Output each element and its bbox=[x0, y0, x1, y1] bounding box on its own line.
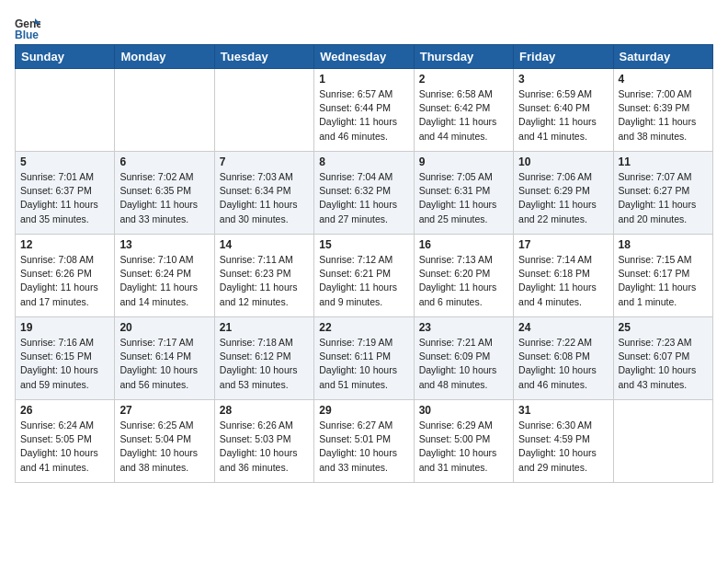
day-number: 11 bbox=[619, 155, 708, 168]
day-info: Sunrise: 7:00 AM Sunset: 6:39 PM Dayligh… bbox=[619, 87, 708, 144]
day-number: 26 bbox=[20, 404, 109, 417]
calendar-cell bbox=[16, 69, 115, 152]
day-info: Sunrise: 7:22 AM Sunset: 6:08 PM Dayligh… bbox=[518, 336, 608, 392]
calendar-cell: 21Sunrise: 7:18 AM Sunset: 6:12 PM Dayli… bbox=[214, 317, 313, 400]
day-info: Sunrise: 7:19 AM Sunset: 6:11 PM Dayligh… bbox=[319, 336, 408, 392]
calendar-cell bbox=[115, 69, 214, 152]
calendar-cell: 3Sunrise: 6:59 AM Sunset: 6:40 PM Daylig… bbox=[514, 69, 613, 152]
calendar-cell: 9Sunrise: 7:05 AM Sunset: 6:31 PM Daylig… bbox=[414, 152, 513, 235]
day-info: Sunrise: 6:58 AM Sunset: 6:42 PM Dayligh… bbox=[419, 87, 508, 144]
calendar-cell: 16Sunrise: 7:13 AM Sunset: 6:20 PM Dayli… bbox=[414, 235, 513, 317]
day-info: Sunrise: 6:59 AM Sunset: 6:40 PM Dayligh… bbox=[518, 87, 608, 144]
day-number: 23 bbox=[419, 321, 508, 334]
day-number: 2 bbox=[419, 73, 508, 86]
day-number: 22 bbox=[319, 321, 408, 334]
day-number: 21 bbox=[220, 321, 309, 334]
calendar-cell: 30Sunrise: 6:29 AM Sunset: 5:00 PM Dayli… bbox=[414, 400, 513, 483]
day-info: Sunrise: 7:16 AM Sunset: 6:15 PM Dayligh… bbox=[20, 336, 109, 392]
calendar-cell: 29Sunrise: 6:27 AM Sunset: 5:01 PM Dayli… bbox=[314, 400, 414, 483]
header: General Blue bbox=[15, 15, 713, 40]
day-number: 25 bbox=[619, 321, 708, 334]
day-number: 28 bbox=[220, 404, 309, 417]
day-number: 27 bbox=[119, 404, 209, 417]
day-info: Sunrise: 7:05 AM Sunset: 6:31 PM Dayligh… bbox=[419, 170, 508, 226]
day-info: Sunrise: 7:12 AM Sunset: 6:21 PM Dayligh… bbox=[319, 253, 408, 309]
day-info: Sunrise: 7:10 AM Sunset: 6:24 PM Dayligh… bbox=[119, 253, 209, 309]
calendar-week-row: 12Sunrise: 7:08 AM Sunset: 6:26 PM Dayli… bbox=[16, 235, 713, 317]
day-info: Sunrise: 6:29 AM Sunset: 5:00 PM Dayligh… bbox=[419, 419, 508, 475]
day-number: 9 bbox=[419, 155, 508, 168]
calendar-cell bbox=[214, 69, 313, 152]
day-number: 30 bbox=[419, 404, 508, 417]
day-info: Sunrise: 6:25 AM Sunset: 5:04 PM Dayligh… bbox=[119, 419, 209, 475]
calendar-cell: 24Sunrise: 7:22 AM Sunset: 6:08 PM Dayli… bbox=[514, 317, 613, 400]
day-number: 10 bbox=[518, 155, 608, 168]
day-number: 15 bbox=[319, 238, 408, 251]
calendar-cell: 14Sunrise: 7:11 AM Sunset: 6:23 PM Dayli… bbox=[214, 235, 313, 317]
calendar-cell: 12Sunrise: 7:08 AM Sunset: 6:26 PM Dayli… bbox=[16, 235, 115, 317]
day-number: 29 bbox=[319, 404, 408, 417]
day-number: 5 bbox=[20, 155, 109, 168]
day-number: 1 bbox=[319, 73, 408, 86]
calendar-cell bbox=[613, 400, 712, 483]
calendar-cell: 20Sunrise: 7:17 AM Sunset: 6:14 PM Dayli… bbox=[115, 317, 214, 400]
day-number: 14 bbox=[220, 238, 309, 251]
day-info: Sunrise: 7:08 AM Sunset: 6:26 PM Dayligh… bbox=[20, 253, 109, 309]
day-number: 31 bbox=[518, 404, 608, 417]
day-number: 20 bbox=[119, 321, 209, 334]
calendar-week-row: 5Sunrise: 7:01 AM Sunset: 6:37 PM Daylig… bbox=[16, 152, 713, 235]
calendar-cell: 13Sunrise: 7:10 AM Sunset: 6:24 PM Dayli… bbox=[115, 235, 214, 317]
logo: General Blue bbox=[15, 15, 44, 40]
day-info: Sunrise: 7:02 AM Sunset: 6:35 PM Dayligh… bbox=[119, 170, 209, 226]
calendar-table: SundayMondayTuesdayWednesdayThursdayFrid… bbox=[15, 44, 713, 483]
calendar-week-row: 26Sunrise: 6:24 AM Sunset: 5:05 PM Dayli… bbox=[16, 400, 713, 483]
day-number: 8 bbox=[319, 155, 408, 168]
calendar-cell: 25Sunrise: 7:23 AM Sunset: 6:07 PM Dayli… bbox=[613, 317, 712, 400]
calendar-cell: 2Sunrise: 6:58 AM Sunset: 6:42 PM Daylig… bbox=[414, 69, 513, 152]
calendar-week-row: 1Sunrise: 6:57 AM Sunset: 6:44 PM Daylig… bbox=[16, 69, 713, 152]
day-info: Sunrise: 7:17 AM Sunset: 6:14 PM Dayligh… bbox=[119, 336, 209, 392]
calendar-cell: 5Sunrise: 7:01 AM Sunset: 6:37 PM Daylig… bbox=[16, 152, 115, 235]
weekday-header: Friday bbox=[514, 45, 613, 69]
weekday-header: Tuesday bbox=[214, 45, 313, 69]
calendar-cell: 6Sunrise: 7:02 AM Sunset: 6:35 PM Daylig… bbox=[115, 152, 214, 235]
day-number: 12 bbox=[20, 238, 109, 251]
weekday-header-row: SundayMondayTuesdayWednesdayThursdayFrid… bbox=[16, 45, 713, 69]
calendar-cell: 7Sunrise: 7:03 AM Sunset: 6:34 PM Daylig… bbox=[214, 152, 313, 235]
weekday-header: Monday bbox=[115, 45, 214, 69]
day-number: 6 bbox=[119, 155, 209, 168]
calendar-cell: 18Sunrise: 7:15 AM Sunset: 6:17 PM Dayli… bbox=[613, 235, 712, 317]
day-number: 24 bbox=[518, 321, 608, 334]
weekday-header: Wednesday bbox=[314, 45, 414, 69]
day-info: Sunrise: 7:06 AM Sunset: 6:29 PM Dayligh… bbox=[518, 170, 608, 226]
weekday-header: Thursday bbox=[414, 45, 513, 69]
calendar-cell: 31Sunrise: 6:30 AM Sunset: 4:59 PM Dayli… bbox=[514, 400, 613, 483]
day-info: Sunrise: 7:04 AM Sunset: 6:32 PM Dayligh… bbox=[319, 170, 408, 226]
weekday-header: Sunday bbox=[16, 45, 115, 69]
calendar-cell: 1Sunrise: 6:57 AM Sunset: 6:44 PM Daylig… bbox=[314, 69, 414, 152]
day-info: Sunrise: 6:30 AM Sunset: 4:59 PM Dayligh… bbox=[518, 419, 608, 475]
calendar-cell: 22Sunrise: 7:19 AM Sunset: 6:11 PM Dayli… bbox=[314, 317, 414, 400]
day-info: Sunrise: 7:07 AM Sunset: 6:27 PM Dayligh… bbox=[619, 170, 708, 226]
day-info: Sunrise: 7:15 AM Sunset: 6:17 PM Dayligh… bbox=[619, 253, 708, 309]
calendar-cell: 26Sunrise: 6:24 AM Sunset: 5:05 PM Dayli… bbox=[16, 400, 115, 483]
day-info: Sunrise: 7:13 AM Sunset: 6:20 PM Dayligh… bbox=[419, 253, 508, 309]
day-number: 16 bbox=[419, 238, 508, 251]
calendar-cell: 28Sunrise: 6:26 AM Sunset: 5:03 PM Dayli… bbox=[214, 400, 313, 483]
day-info: Sunrise: 7:01 AM Sunset: 6:37 PM Dayligh… bbox=[20, 170, 109, 226]
day-info: Sunrise: 7:18 AM Sunset: 6:12 PM Dayligh… bbox=[220, 336, 309, 392]
day-number: 19 bbox=[20, 321, 109, 334]
day-number: 4 bbox=[619, 73, 708, 86]
svg-text:Blue: Blue bbox=[15, 29, 39, 40]
day-info: Sunrise: 6:57 AM Sunset: 6:44 PM Dayligh… bbox=[319, 87, 408, 144]
calendar-cell: 17Sunrise: 7:14 AM Sunset: 6:18 PM Dayli… bbox=[514, 235, 613, 317]
day-number: 3 bbox=[518, 73, 608, 86]
calendar-cell: 4Sunrise: 7:00 AM Sunset: 6:39 PM Daylig… bbox=[613, 69, 712, 152]
day-number: 18 bbox=[619, 238, 708, 251]
calendar-cell: 8Sunrise: 7:04 AM Sunset: 6:32 PM Daylig… bbox=[314, 152, 414, 235]
day-info: Sunrise: 7:03 AM Sunset: 6:34 PM Dayligh… bbox=[220, 170, 309, 226]
day-info: Sunrise: 7:23 AM Sunset: 6:07 PM Dayligh… bbox=[619, 336, 708, 392]
calendar-cell: 10Sunrise: 7:06 AM Sunset: 6:29 PM Dayli… bbox=[514, 152, 613, 235]
day-info: Sunrise: 7:11 AM Sunset: 6:23 PM Dayligh… bbox=[220, 253, 309, 309]
day-info: Sunrise: 6:26 AM Sunset: 5:03 PM Dayligh… bbox=[220, 419, 309, 475]
